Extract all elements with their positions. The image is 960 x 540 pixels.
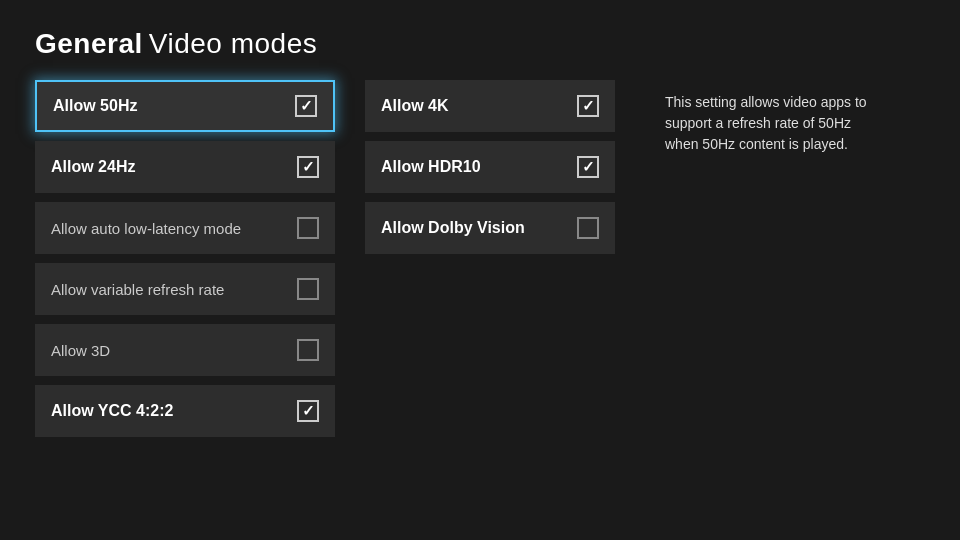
description-text: This setting allows video apps to suppor… [665, 94, 867, 152]
option-label-allow-hdr10: Allow HDR10 [381, 158, 481, 176]
option-label-allow-24hz: Allow 24Hz [51, 158, 135, 176]
option-label-allow-auto-low-latency: Allow auto low-latency mode [51, 220, 241, 237]
option-label-allow-4k: Allow 4K [381, 97, 449, 115]
checkbox-allow-variable-refresh[interactable] [297, 278, 319, 300]
checkbox-allow-dolby-vision[interactable] [577, 217, 599, 239]
checkbox-allow-hdr10[interactable] [577, 156, 599, 178]
option-label-allow-50hz: Allow 50Hz [53, 97, 137, 115]
checkbox-allow-3d[interactable] [297, 339, 319, 361]
option-row-allow-dolby-vision[interactable]: Allow Dolby Vision [365, 202, 615, 254]
left-column: Allow 50HzAllow 24HzAllow auto low-laten… [35, 80, 335, 437]
checkbox-allow-auto-low-latency[interactable] [297, 217, 319, 239]
option-row-allow-4k[interactable]: Allow 4K [365, 80, 615, 132]
option-row-allow-24hz[interactable]: Allow 24Hz [35, 141, 335, 193]
right-column: Allow 4KAllow HDR10Allow Dolby Vision [365, 80, 615, 437]
page-title: GeneralVideo modes [0, 0, 960, 80]
option-row-allow-3d[interactable]: Allow 3D [35, 324, 335, 376]
option-row-allow-hdr10[interactable]: Allow HDR10 [365, 141, 615, 193]
option-label-allow-3d: Allow 3D [51, 342, 110, 359]
checkbox-allow-ycc[interactable] [297, 400, 319, 422]
checkbox-allow-50hz[interactable] [295, 95, 317, 117]
option-label-allow-dolby-vision: Allow Dolby Vision [381, 219, 525, 237]
option-row-allow-ycc[interactable]: Allow YCC 4:2:2 [35, 385, 335, 437]
checkbox-allow-4k[interactable] [577, 95, 599, 117]
checkbox-allow-24hz[interactable] [297, 156, 319, 178]
option-label-allow-variable-refresh: Allow variable refresh rate [51, 281, 224, 298]
option-row-allow-50hz[interactable]: Allow 50Hz [35, 80, 335, 132]
option-label-allow-ycc: Allow YCC 4:2:2 [51, 402, 173, 420]
option-row-allow-variable-refresh[interactable]: Allow variable refresh rate [35, 263, 335, 315]
description-panel: This setting allows video apps to suppor… [645, 80, 905, 437]
content-area: Allow 50HzAllow 24HzAllow auto low-laten… [0, 80, 960, 437]
option-row-allow-auto-low-latency[interactable]: Allow auto low-latency mode [35, 202, 335, 254]
